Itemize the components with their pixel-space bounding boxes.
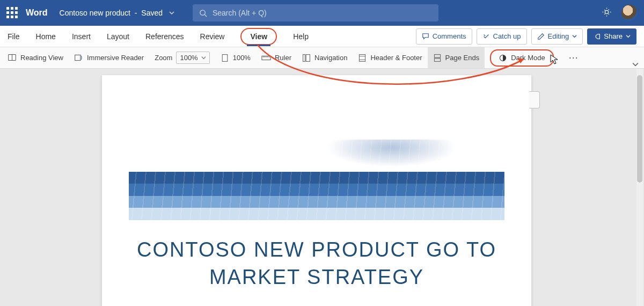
svg-rect-9: [360, 54, 365, 61]
header-footer-button[interactable]: Header & Footer: [358, 47, 422, 68]
titlebar: Word Contoso new product - Saved Search …: [0, 0, 644, 26]
tab-references[interactable]: References: [145, 26, 184, 47]
header-footer-label: Header & Footer: [370, 54, 422, 62]
scrollbar-thumb[interactable]: [637, 75, 642, 183]
navigation-icon: [302, 54, 311, 62]
search-input[interactable]: Search (Alt + Q): [193, 4, 438, 21]
svg-rect-5: [222, 54, 228, 61]
reading-view-icon: [8, 53, 17, 62]
app-name: Word: [26, 8, 48, 18]
zoom-value: 100%: [180, 54, 197, 62]
page-ends-label: Page Ends: [445, 54, 480, 62]
tab-help[interactable]: Help: [293, 26, 309, 47]
document-title[interactable]: Contoso new product - Saved: [60, 9, 174, 17]
chevron-down-icon: [626, 34, 631, 39]
page-ends-icon: [433, 54, 442, 62]
catchup-button[interactable]: Catch up: [477, 28, 527, 45]
tab-home[interactable]: Home: [36, 26, 56, 47]
pencil-icon: [537, 33, 545, 40]
svg-rect-4: [75, 55, 80, 60]
reading-view-label: Reading View: [20, 54, 63, 62]
tab-file[interactable]: File: [8, 26, 20, 47]
search-placeholder: Search (Alt + Q): [213, 9, 267, 17]
svg-rect-7: [303, 54, 305, 61]
share-button[interactable]: Share: [587, 28, 636, 45]
navigation-label: Navigation: [314, 54, 347, 62]
svg-rect-13: [434, 58, 440, 61]
editing-button[interactable]: Editing: [531, 28, 583, 45]
page-icon: [221, 54, 229, 62]
dark-mode-icon: [499, 54, 507, 62]
editing-label: Editing: [548, 32, 569, 40]
tab-view[interactable]: View: [240, 28, 277, 45]
navigation-toggle[interactable]: Navigation: [302, 47, 347, 68]
share-icon: [593, 33, 601, 40]
chevron-down-icon[interactable]: [169, 9, 174, 17]
dark-mode-label: Dark Mode: [511, 54, 545, 62]
comment-icon: [422, 33, 429, 40]
immersive-reader-button[interactable]: Immersive Reader: [74, 47, 144, 68]
document-heading[interactable]: CONTOSO NEW PRODUCT GO TO MARKET STRATEG…: [102, 236, 531, 292]
collapse-ribbon-chevron-icon[interactable]: [632, 61, 639, 69]
zoom-label: Zoom: [155, 54, 172, 62]
ruler-icon: [261, 55, 271, 61]
ribbon-overflow-button[interactable]: ···: [569, 52, 579, 63]
catchup-label: Catch up: [493, 32, 521, 40]
document-title-text: Contoso new product: [60, 9, 130, 17]
document-page[interactable]: CONTOSO NEW PRODUCT GO TO MARKET STRATEG…: [102, 75, 531, 306]
zoom-dropdown[interactable]: 100%: [176, 52, 209, 64]
dark-mode-toggle[interactable]: Dark Mode: [490, 49, 554, 67]
document-hero-image: [129, 140, 504, 220]
page-ends-toggle[interactable]: Page Ends: [428, 47, 485, 68]
user-avatar[interactable]: [621, 5, 638, 21]
comments-button[interactable]: Comments: [416, 28, 472, 45]
ruler-toggle[interactable]: Ruler: [261, 47, 291, 68]
app-launcher-icon[interactable]: [6, 7, 18, 19]
document-save-separator: -: [133, 9, 139, 17]
header-footer-icon: [358, 54, 367, 62]
settings-gear-icon[interactable]: [602, 7, 612, 19]
search-icon: [199, 9, 207, 17]
document-save-status: Saved: [141, 9, 163, 17]
tab-review[interactable]: Review: [200, 26, 225, 47]
chevron-down-icon: [201, 55, 206, 60]
tab-insert[interactable]: Insert: [72, 26, 91, 47]
zoom-100-button[interactable]: 100%: [221, 47, 251, 68]
zoom-control[interactable]: Zoom 100%: [155, 47, 209, 68]
document-canvas[interactable]: CONTOSO NEW PRODUCT GO TO MARKET STRATEG…: [0, 69, 644, 306]
svg-rect-8: [306, 54, 310, 61]
menu-tabs: File Home Insert Layout References Revie…: [8, 26, 309, 47]
svg-point-0: [200, 10, 205, 14]
view-ribbon: Reading View Immersive Reader Zoom 100% …: [0, 47, 644, 69]
tab-layout[interactable]: Layout: [107, 26, 129, 47]
comments-label: Comments: [433, 32, 466, 40]
svg-rect-12: [434, 54, 440, 57]
menu-bar: File Home Insert Layout References Revie…: [0, 26, 644, 47]
catchup-icon: [482, 33, 490, 40]
reading-view-button[interactable]: Reading View: [8, 47, 63, 68]
zoom-100-label: 100%: [233, 54, 251, 62]
svg-line-1: [204, 14, 207, 17]
chevron-down-icon: [572, 34, 577, 39]
immersive-reader-icon: [74, 53, 83, 62]
share-label: Share: [604, 32, 623, 40]
page-side-handle[interactable]: [529, 91, 540, 108]
ruler-label: Ruler: [275, 54, 291, 62]
immersive-reader-label: Immersive Reader: [87, 54, 144, 62]
